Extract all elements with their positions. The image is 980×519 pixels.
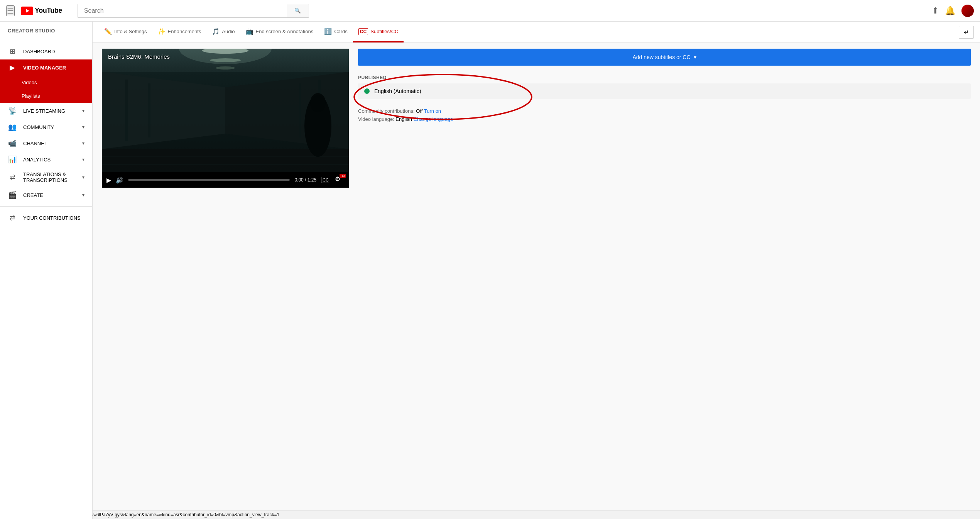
sidebar-item-live-streaming[interactable]: 📡 LIVE STREAMING ▾ bbox=[0, 103, 92, 119]
back-button[interactable]: ↵ bbox=[959, 26, 974, 39]
notification-icon: 🔔 bbox=[945, 6, 955, 15]
avatar-image bbox=[961, 5, 974, 17]
community-contributions: Community contributions: Off Turn on Vid… bbox=[358, 108, 971, 122]
sidebar-item-channel[interactable]: 📹 CHANNEL ▾ bbox=[0, 135, 92, 151]
dropdown-arrow-icon: ▾ bbox=[694, 54, 696, 60]
avatar[interactable] bbox=[961, 5, 974, 17]
upload-icon: ⬆ bbox=[932, 6, 939, 15]
video-wrapper: Brains S2M6: Memories ▶ 🔊 0:00 / 1:25 bbox=[102, 49, 349, 188]
search-bar: 🔍 bbox=[78, 4, 309, 18]
screen-icon: 📺 bbox=[246, 28, 253, 35]
tab-label-end-screen: End screen & Annotations bbox=[256, 29, 314, 34]
tab-end-screen[interactable]: 📺 End screen & Annotations bbox=[240, 22, 319, 42]
chevron-down-icon-community: ▾ bbox=[82, 124, 84, 130]
sidebar-label-dashboard: DASHBOARD bbox=[23, 49, 84, 54]
youtube-logo-text: YouTube bbox=[35, 7, 62, 15]
svg-rect-14 bbox=[125, 80, 128, 141]
play-button[interactable]: ▶ bbox=[106, 176, 111, 184]
tab-label-audio: Audio bbox=[222, 29, 235, 34]
duration: 1:25 bbox=[308, 177, 316, 183]
sidebar-item-dashboard[interactable]: ⊞ DASHBOARD bbox=[0, 43, 92, 59]
time-separator: / bbox=[305, 177, 308, 183]
channel-icon: 📹 bbox=[8, 139, 17, 148]
create-icon: 🎬 bbox=[8, 191, 17, 197]
volume-button[interactable]: 🔊 bbox=[116, 176, 123, 184]
video-language-line: Video language: English Change language bbox=[358, 116, 971, 122]
hd-badge: ⚙ HD bbox=[335, 175, 344, 185]
tab-info-settings[interactable]: ✏️ Info & Settings bbox=[99, 22, 152, 42]
progress-bar[interactable] bbox=[128, 179, 290, 181]
chevron-down-icon: ▾ bbox=[82, 108, 84, 114]
search-input[interactable] bbox=[78, 4, 287, 18]
cc-button[interactable]: CC bbox=[321, 177, 330, 183]
published-section: PUBLISHED English (Automatic) bbox=[358, 75, 971, 99]
tab-label-subtitles-cc: Subtitles/CC bbox=[370, 29, 398, 34]
sidebar-label-playlists: Playlists bbox=[22, 93, 84, 99]
tab-enhancements[interactable]: ✨ Enhancements bbox=[152, 22, 207, 42]
upload-button[interactable]: ⬆ bbox=[932, 6, 939, 16]
sidebar: CREATOR STUDIO ⊞ DASHBOARD ▶ VIDEO MANAG… bbox=[0, 22, 93, 197]
sidebar-label-video-manager: VIDEO MANAGER bbox=[23, 65, 84, 71]
translations-icon: ⇄ bbox=[8, 173, 17, 181]
change-language-link[interactable]: Change language bbox=[414, 116, 453, 122]
cc-tab-icon: CC bbox=[358, 28, 368, 35]
chevron-down-icon-translations: ▾ bbox=[82, 175, 84, 180]
music-icon: 🎵 bbox=[212, 28, 220, 35]
community-contrib-off: Off bbox=[416, 108, 422, 114]
sidebar-item-translations[interactable]: ⇄ TRANSLATIONS & TRANSCRIPTIONS ▾ bbox=[0, 168, 92, 187]
tab-audio[interactable]: 🎵 Audio bbox=[206, 22, 240, 42]
svg-point-12 bbox=[216, 66, 235, 70]
add-subtitles-button[interactable]: Add new subtitles or CC ▾ bbox=[358, 49, 971, 66]
video-lang-prefix: Video language: bbox=[358, 116, 395, 122]
sidebar-item-videos[interactable]: Videos bbox=[0, 76, 92, 89]
search-icon: 🔍 bbox=[294, 8, 301, 14]
live-streaming-icon: 📡 bbox=[8, 107, 17, 115]
sidebar-item-analytics[interactable]: 📊 ANALYTICS ▾ bbox=[0, 151, 92, 168]
hallway-bg bbox=[102, 49, 349, 172]
creator-studio-title: CREATOR STUDIO bbox=[0, 22, 92, 37]
sidebar-label-live-streaming: LIVE STREAMING bbox=[23, 108, 76, 114]
lang-status-dot bbox=[364, 88, 370, 94]
lang-item-wrapper: English (Automatic) bbox=[358, 83, 971, 99]
tab-cards[interactable]: ℹ️ Cards bbox=[319, 22, 353, 42]
community-icon: 👥 bbox=[8, 123, 17, 131]
page-content: Manage subtitles and closed captions bbox=[93, 21, 980, 197]
nav-right: ⬆ 🔔 bbox=[932, 5, 974, 17]
sidebar-item-playlists[interactable]: Playlists bbox=[0, 89, 92, 103]
hamburger-menu[interactable]: ☰ bbox=[6, 5, 15, 16]
sidebar-item-video-manager[interactable]: ▶ VIDEO MANAGER Videos Playlists bbox=[0, 59, 92, 103]
turn-on-link[interactable]: Turn on bbox=[424, 108, 441, 114]
hallway-svg bbox=[102, 49, 349, 172]
top-nav: ☰ YouTube 🔍 ⬆ 🔔 bbox=[0, 0, 980, 22]
sidebar-item-create[interactable]: 🎬 CREATE ▾ bbox=[0, 187, 92, 197]
tab-subtitles-cc[interactable]: CC Subtitles/CC bbox=[353, 22, 404, 42]
lang-item-english-automatic[interactable]: English (Automatic) bbox=[358, 83, 971, 99]
right-panel: Add new subtitles or CC ▾ PUBLISHED Engl… bbox=[358, 49, 971, 124]
info-icon: ℹ️ bbox=[324, 28, 332, 35]
svg-rect-17 bbox=[299, 83, 301, 137]
time-display: 0:00 / 1:25 bbox=[294, 177, 316, 183]
hd-label: HD bbox=[340, 174, 346, 178]
wand-icon: ✨ bbox=[158, 28, 166, 35]
sidebar-divider-top bbox=[0, 40, 92, 40]
chevron-down-icon-create: ▾ bbox=[82, 192, 84, 197]
notification-button[interactable]: 🔔 bbox=[945, 6, 955, 16]
tab-label-cards: Cards bbox=[334, 29, 348, 34]
video-title-overlay: Brains S2M6: Memories bbox=[108, 53, 170, 60]
svg-rect-16 bbox=[148, 83, 150, 137]
add-subtitles-label: Add new subtitles or CC bbox=[632, 54, 690, 60]
svg-point-19 bbox=[310, 93, 326, 112]
chevron-down-icon-channel: ▾ bbox=[82, 141, 84, 146]
youtube-logo[interactable]: YouTube bbox=[21, 7, 62, 15]
published-label: PUBLISHED bbox=[358, 75, 971, 80]
tab-label-enhancements: Enhancements bbox=[168, 29, 201, 34]
sidebar-item-community[interactable]: 👥 COMMUNITY ▾ bbox=[0, 119, 92, 135]
video-controls: ▶ 🔊 0:00 / 1:25 CC ⚙ HD bbox=[102, 172, 349, 188]
community-contrib-line: Community contributions: Off Turn on bbox=[358, 108, 971, 114]
video-manager-icon: ▶ bbox=[8, 63, 17, 72]
video-player[interactable]: Brains S2M6: Memories ▶ 🔊 0:00 / 1:25 bbox=[102, 49, 349, 188]
chevron-down-icon-analytics: ▾ bbox=[82, 157, 84, 162]
search-button[interactable]: 🔍 bbox=[287, 4, 309, 18]
dashboard-icon: ⊞ bbox=[8, 47, 17, 56]
main-content: ✏️ Info & Settings ✨ Enhancements 🎵 Audi… bbox=[93, 0, 980, 197]
